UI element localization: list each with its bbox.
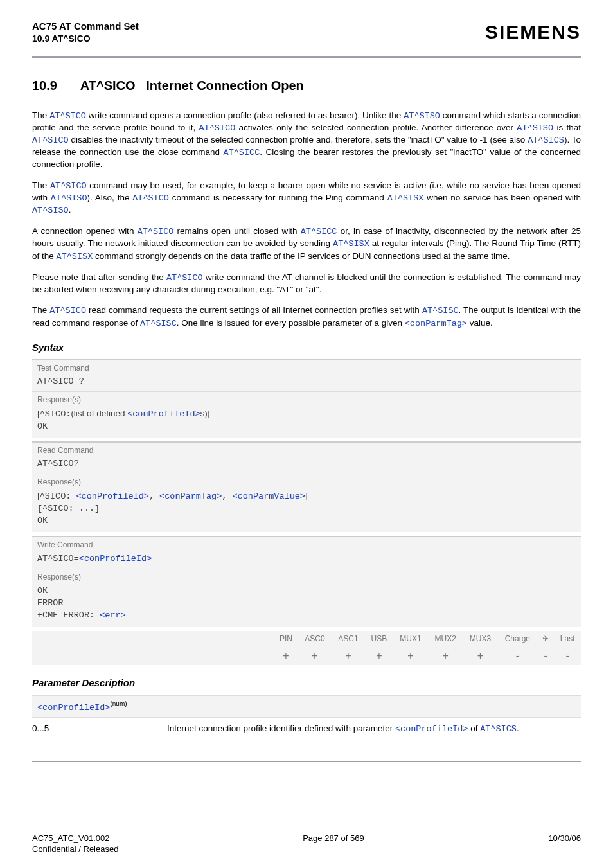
write-label: Write Command (32, 537, 581, 551)
link-at-sico[interactable]: AT^SICO (166, 273, 203, 283)
test-ok: OK (37, 421, 48, 431)
section-cmd: AT^SICO (80, 78, 136, 93)
param-range: 0...5 (32, 723, 167, 735)
link-at-siso[interactable]: AT^SISO (51, 193, 87, 203)
header-divider (32, 56, 581, 58)
intro-para-1: The AT^SICO write command opens a connec… (32, 110, 581, 171)
parameter-heading: Parameter Description (32, 677, 581, 689)
header-title-block: AC75 AT Command Set 10.9 AT^SICO (32, 20, 139, 45)
read-cmd: AT^SICO? (32, 457, 581, 474)
link-at-sisc[interactable]: AT^SISC (422, 306, 459, 315)
val-mux2: + (428, 646, 463, 666)
link-at-siso[interactable]: AT^SISO (32, 206, 69, 215)
col-charge: Charge (498, 631, 537, 646)
val-usb: + (365, 646, 393, 666)
col-airplane: ✈ (537, 631, 554, 646)
doc-title: AC75 AT Command Set (32, 20, 139, 33)
footer-left: AC75_ATC_V01.002 Confidential / Released (32, 833, 118, 855)
link-at-siso[interactable]: AT^SISO (404, 111, 440, 121)
param-description: Internet connection profile identifier d… (167, 723, 581, 735)
footer-doc-id: AC75_ATC_V01.002 (32, 833, 118, 844)
airplane-icon: ✈ (542, 634, 549, 643)
val-pin: + (274, 646, 298, 666)
link-conparmtag[interactable]: <conParmTag> (159, 492, 222, 501)
footer-classification: Confidential / Released (32, 844, 118, 855)
link-at-sicc[interactable]: AT^SICC (301, 227, 337, 236)
page-footer: AC75_ATC_V01.002 Confidential / Released… (32, 833, 581, 855)
section-name: Internet Connection Open (146, 78, 304, 93)
col-asc0: ASC0 (298, 631, 332, 646)
link-at-sisc[interactable]: AT^SISC (140, 319, 177, 328)
syntax-heading: Syntax (32, 341, 581, 354)
read-line2: [^SICO: ...] (37, 504, 100, 513)
footer-divider (32, 761, 581, 762)
syntax-test-command: Test Command AT^SICO=? Response(s) [^SIC… (32, 359, 581, 438)
col-mux2: MUX2 (428, 631, 463, 646)
syntax-write-command: Write Command AT^SICO=<conProfileId> Res… (32, 536, 581, 626)
link-at-sico[interactable]: AT^SICO (32, 136, 69, 145)
link-conprofileid[interactable]: <conProfileId> (79, 554, 152, 563)
col-usb: USB (365, 631, 393, 646)
link-conparmvalue[interactable]: <conParmValue> (233, 492, 305, 501)
interface-header-row: PIN ASC0 ASC1 USB MUX1 MUX2 MUX3 Charge … (32, 631, 581, 646)
param-conprofileid-header: <conProfileId>(num) (32, 695, 581, 718)
link-err[interactable]: <err> (100, 610, 126, 620)
test-label: Test Command (32, 360, 581, 375)
col-pin: PIN (274, 631, 298, 646)
brand-logo: SIEMENS (485, 19, 581, 46)
param-type-num: (num) (110, 700, 127, 707)
write-response-body: OK ERROR +CME ERROR: <err> (32, 583, 581, 627)
test-response-body: [^SICO:(list of defined <conProfileId>s)… (32, 407, 581, 438)
write-error: ERROR (37, 598, 64, 608)
section-number: 10.9 (32, 77, 77, 94)
link-at-sico[interactable]: AT^SICO (49, 306, 86, 315)
footer-date: 10/30/06 (548, 833, 581, 855)
intro-para-2: The AT^SICO command may be used, for exa… (32, 180, 581, 217)
col-mux1: MUX1 (393, 631, 428, 646)
link-conprofileid[interactable]: <conProfileId> (395, 724, 468, 734)
val-charge: - (498, 646, 537, 666)
val-last: - (554, 646, 581, 666)
link-at-sico[interactable]: AT^SICO (199, 123, 236, 133)
col-last: Last (554, 631, 581, 646)
read-response-label: Response(s) (32, 474, 581, 488)
interface-value-row: + + + + + + + - - - (32, 646, 581, 666)
val-mux3: + (463, 646, 497, 666)
link-conprofileid[interactable]: <conProfileId> (127, 409, 200, 419)
link-at-siso[interactable]: AT^SISO (517, 123, 553, 133)
val-asc1: + (332, 646, 365, 666)
link-conparmtag[interactable]: <conParmTag> (405, 319, 467, 328)
col-asc1: ASC1 (332, 631, 365, 646)
val-mux1: + (393, 646, 428, 666)
param-conprofileid-row: 0...5 Internet connection profile identi… (32, 723, 581, 735)
link-at-sics[interactable]: AT^SICS (480, 724, 517, 734)
col-mux3: MUX3 (463, 631, 497, 646)
page-header: AC75 AT Command Set 10.9 AT^SICO SIEMENS (32, 19, 581, 52)
write-response-label: Response(s) (32, 569, 581, 583)
link-at-sisx[interactable]: AT^SISX (333, 239, 369, 249)
read-label: Read Command (32, 443, 581, 457)
val-asc0: + (298, 646, 332, 666)
intro-para-5: The AT^SICO read command requests the cu… (32, 305, 581, 329)
footer-page-number: Page 287 of 569 (303, 833, 364, 855)
link-conprofileid[interactable]: <conProfileId> (76, 492, 148, 501)
link-at-sico[interactable]: AT^SICO (138, 227, 174, 236)
link-at-sico[interactable]: AT^SICO (132, 193, 169, 203)
doc-subtitle: 10.9 AT^SICO (32, 33, 139, 45)
link-at-sisx[interactable]: AT^SISX (387, 193, 424, 203)
interface-support-table: PIN ASC0 ASC1 USB MUX1 MUX2 MUX3 Charge … (32, 631, 581, 666)
intro-para-4: Please note that after sending the AT^SI… (32, 272, 581, 296)
link-at-sics[interactable]: AT^SICS (528, 136, 564, 145)
link-at-sico[interactable]: AT^SICO (49, 111, 86, 121)
link-conprofileid[interactable]: <conProfileId> (37, 702, 110, 712)
intro-para-3: A connection opened with AT^SICO remains… (32, 226, 581, 263)
write-ok: OK (37, 586, 48, 596)
link-at-sico[interactable]: AT^SICO (50, 181, 87, 191)
read-response-body: [^SICO: <conProfileId>, <conParmTag>, <c… (32, 489, 581, 533)
val-airplane: - (537, 646, 554, 666)
link-at-sicc[interactable]: AT^SICC (224, 148, 260, 157)
read-ok: OK (37, 516, 48, 526)
link-at-sisx[interactable]: AT^SISX (57, 252, 93, 261)
syntax-read-command: Read Command AT^SICO? Response(s) [^SICO… (32, 441, 581, 532)
test-response-label: Response(s) (32, 392, 581, 406)
